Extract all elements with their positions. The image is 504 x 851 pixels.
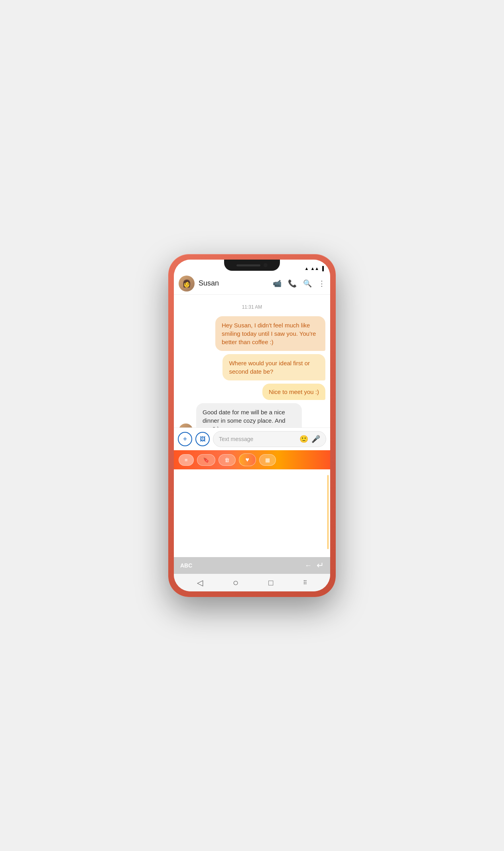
text-input[interactable]: Text message [219, 436, 296, 442]
more-options-icon[interactable]: ⋮ [318, 279, 325, 288]
start-chips: INTRO KIND GREETINGS [174, 480, 330, 497]
back-button[interactable]: ◁ [197, 578, 203, 587]
keyboard-bottom-bar: ABC ← ↵ [174, 557, 330, 574]
toolbar-btn-grid[interactable]: ▦ [259, 454, 276, 466]
extra-chips: THREAD CHANGERS ROMANTIC SENTENCES [174, 524, 330, 557]
messages-area: 11:31 AM Hey Susan, I didn't feel much l… [174, 295, 330, 427]
phone-screen: ▲ ▲▲ ▐ 👩 Susan 📹 📞 🔍 ⋮ 11:31 AM [174, 260, 330, 591]
input-bar: + 🖼 Text message 🙂 🎤 [174, 427, 330, 450]
keyboard-button[interactable]: ⠿ [303, 579, 307, 586]
heart-icon: ♥ [246, 456, 250, 463]
notch [224, 260, 280, 271]
chip-intro[interactable]: INTRO [180, 481, 211, 494]
keyboard-panel: ≡ 🔖 🗑 ♥ ▦ START [174, 450, 330, 574]
chat-header: 👩 Susan 📹 📞 🔍 ⋮ [174, 272, 330, 295]
speaker [236, 264, 260, 266]
recent-apps-button[interactable]: □ [268, 578, 273, 587]
bookmark-icon: 🔖 [203, 457, 209, 463]
camera [264, 263, 268, 267]
home-button[interactable]: ○ [233, 577, 239, 588]
bottom-nav: ◁ ○ □ ⠿ [174, 574, 330, 591]
chip-kind-greetings[interactable]: KIND GREETINGS [214, 481, 275, 494]
section-label-start: START [174, 469, 330, 480]
conversation-chips: FAST TRACK SLOW TRACK [174, 507, 330, 524]
sender-avatar: 👩 [179, 424, 193, 427]
toolbar-row: ≡ 🔖 🗑 ♥ ▦ [174, 450, 330, 469]
media-button[interactable]: 🖼 [195, 432, 210, 446]
toolbar-btn-heart[interactable]: ♥ [239, 453, 256, 466]
message-timestamp: 11:31 AM [179, 304, 325, 310]
signal-icon: ▲▲ [310, 266, 319, 271]
input-right-icons: 🙂 🎤 [299, 435, 320, 443]
phone-call-icon[interactable]: 📞 [288, 279, 297, 288]
sent-message-2: Where would your ideal first or second d… [179, 354, 325, 380]
sent-message-3: Nice to meet you :) [179, 384, 325, 400]
abc-label: ABC [180, 562, 301, 569]
chip-fast-track[interactable]: FAST TRACK [180, 509, 228, 521]
left-arrow-button[interactable]: ← [305, 561, 312, 570]
toolbar-btn-list[interactable]: ≡ [179, 454, 194, 466]
header-icons: 📹 📞 🔍 ⋮ [273, 279, 325, 288]
chip-thread-changers[interactable]: THREAD CHANGERS [180, 526, 250, 538]
chip-slow-track[interactable]: SLOW TRACK [232, 509, 282, 521]
message-bubble: Where would your ideal first or second d… [222, 354, 325, 380]
section-label-conversation: CONVERSATION [174, 497, 330, 507]
arrow-buttons: ← ↵ [305, 560, 324, 571]
message-bubble: Good date for me will be a nice dinner i… [196, 403, 302, 427]
battery-icon: ▐ [321, 266, 324, 271]
status-icons: ▲ ▲▲ ▐ [305, 266, 324, 271]
scroll-indicator [327, 475, 329, 549]
search-icon[interactable]: 🔍 [303, 279, 312, 288]
message-bubble: Nice to meet you :) [262, 384, 325, 400]
contact-name[interactable]: Susan [199, 279, 269, 288]
sent-message-1: Hey Susan, I didn't feel much like smili… [179, 316, 325, 351]
phone-frame: ▲ ▲▲ ▐ 👩 Susan 📹 📞 🔍 ⋮ 11:31 AM [168, 254, 336, 597]
mic-icon[interactable]: 🎤 [311, 435, 320, 443]
add-button[interactable]: + [178, 432, 192, 446]
avatar[interactable]: 👩 [179, 276, 195, 292]
grid-icon: ▦ [265, 457, 270, 463]
list-icon: ≡ [185, 457, 188, 463]
wifi-icon: ▲ [305, 266, 309, 271]
text-input-wrap[interactable]: Text message 🙂 🎤 [213, 431, 326, 447]
avatar-image: 👩 [179, 276, 195, 292]
enter-button[interactable]: ↵ [317, 560, 324, 571]
trash-icon: 🗑 [224, 457, 230, 463]
toolbar-btn-trash[interactable]: 🗑 [219, 454, 236, 466]
video-call-icon[interactable]: 📹 [273, 279, 282, 288]
received-message-1: 👩 Good date for me will be a nice dinner… [179, 403, 325, 427]
message-bubble: Hey Susan, I didn't feel much like smili… [215, 316, 325, 351]
chip-romantic-sentences[interactable]: ROMANTIC SENTENCES [180, 542, 258, 554]
toolbar-btn-bookmark[interactable]: 🔖 [197, 454, 215, 466]
emoji-icon[interactable]: 🙂 [299, 435, 308, 443]
